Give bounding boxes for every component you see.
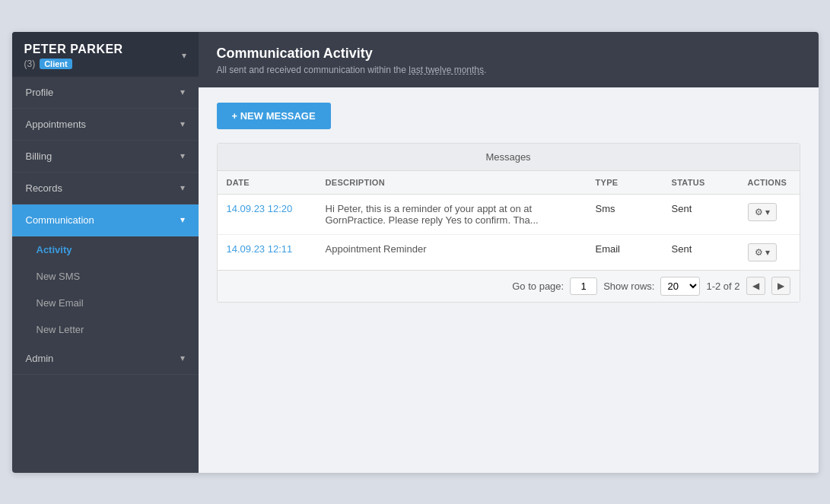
col-header-description: DESCRIPTION	[316, 171, 587, 195]
sidebar-item-records-label: Records	[26, 182, 62, 194]
chevron-down-icon: ▾	[180, 182, 185, 193]
user-name: PETER PARKER	[24, 43, 123, 56]
client-badge: Client	[40, 59, 72, 69]
cell-description: Hi Peter, this is a reminder of your app…	[316, 194, 587, 234]
sidebar-item-billing-label: Billing	[26, 151, 52, 162]
table-footer: Go to page: Show rows: 10 20 50 100 1-2 …	[218, 270, 800, 302]
col-header-type: TYPE	[587, 171, 663, 195]
cell-type: Email	[587, 234, 663, 270]
page-count: 1-2 of 2	[706, 281, 739, 292]
sidebar-subitem-new-email-label: New Email	[37, 297, 84, 309]
page-input[interactable]	[570, 277, 597, 295]
cell-date[interactable]: 14.09.23 12:11	[218, 234, 316, 270]
messages-table: DATE DESCRIPTION TYPE STATUS ACTIONS 14.…	[218, 171, 800, 270]
next-page-button[interactable]: ▶	[771, 277, 790, 295]
sidebar-item-communication[interactable]: Communication ▾	[12, 204, 199, 236]
cell-actions: ⚙ ▾	[739, 234, 800, 270]
sidebar-subitem-new-sms[interactable]: New SMS	[12, 263, 199, 290]
chevron-down-icon: ▾	[180, 214, 185, 225]
sidebar: PETER PARKER (3) Client ▾ Profile ▾ Appo…	[12, 32, 199, 473]
messages-section-title: Messages	[218, 144, 800, 171]
go-to-page-label: Go to page:	[512, 281, 564, 292]
sidebar-item-billing[interactable]: Billing ▾	[12, 141, 199, 173]
chevron-down-icon: ▾	[180, 119, 185, 129]
main-content: Communication Activity All sent and rece…	[199, 32, 819, 473]
table-row: 14.09.23 12:20Hi Peter, this is a remind…	[218, 194, 800, 234]
sidebar-subitem-activity[interactable]: Activity	[12, 236, 199, 263]
sidebar-item-admin[interactable]: Admin ▾	[12, 343, 199, 375]
sidebar-item-appointments-label: Appointments	[26, 119, 87, 130]
cell-actions: ⚙ ▾	[739, 194, 800, 234]
user-info: PETER PARKER (3) Client	[24, 43, 123, 69]
sidebar-item-profile-label: Profile	[26, 87, 54, 98]
user-chevron-icon[interactable]: ▾	[182, 50, 186, 61]
page-title: Communication Activity	[217, 46, 800, 62]
cell-status: Sent	[663, 194, 739, 234]
show-rows-label: Show rows:	[603, 281, 654, 292]
col-header-actions: ACTIONS	[739, 171, 800, 195]
dropdown-arrow-icon: ▾	[765, 207, 770, 217]
sidebar-subitem-new-email[interactable]: New Email	[12, 290, 199, 316]
sidebar-item-records[interactable]: Records ▾	[12, 173, 199, 204]
col-header-status: STATUS	[663, 171, 739, 195]
main-header: Communication Activity All sent and rece…	[199, 32, 819, 87]
chevron-down-icon: ▾	[180, 353, 185, 363]
sidebar-subitem-new-sms-label: New SMS	[37, 271, 81, 282]
cell-description: Appointment Reminder	[316, 234, 587, 270]
cell-type: Sms	[587, 194, 663, 234]
sidebar-subitem-new-letter[interactable]: New Letter	[12, 316, 199, 343]
sidebar-subitem-activity-label: Activity	[37, 244, 72, 255]
prev-page-button[interactable]: ◀	[746, 277, 765, 295]
cell-date[interactable]: 14.09.23 12:20	[218, 194, 316, 234]
gear-icon: ⚙	[755, 247, 763, 258]
main-body: + NEW MESSAGE Messages DATE DESCRIPTION …	[199, 87, 819, 473]
sidebar-item-communication-label: Communication	[26, 214, 94, 226]
dropdown-arrow-icon: ▾	[765, 247, 770, 258]
sidebar-item-profile[interactable]: Profile ▾	[12, 77, 199, 109]
table-row: 14.09.23 12:11Appointment ReminderEmailS…	[218, 234, 800, 270]
rows-per-page-select[interactable]: 10 20 50 100	[660, 277, 700, 296]
gear-icon: ⚙	[755, 207, 763, 217]
subtitle-text-start: All sent and received communication with…	[217, 65, 409, 75]
action-gear-button[interactable]: ⚙ ▾	[748, 203, 777, 221]
subtitle-link: last twelve months	[409, 65, 484, 75]
messages-table-container: Messages DATE DESCRIPTION TYPE STATUS AC…	[217, 143, 800, 303]
new-message-button[interactable]: + NEW MESSAGE	[217, 103, 331, 129]
action-gear-button[interactable]: ⚙ ▾	[748, 243, 777, 262]
sidebar-subitem-new-letter-label: New Letter	[37, 324, 84, 335]
chevron-down-icon: ▾	[180, 87, 185, 97]
page-subtitle: All sent and received communication with…	[217, 65, 800, 75]
user-sub: (3) Client	[24, 59, 123, 69]
sidebar-item-admin-label: Admin	[26, 353, 54, 364]
sidebar-header: PETER PARKER (3) Client ▾	[12, 32, 199, 77]
table-header-row: DATE DESCRIPTION TYPE STATUS ACTIONS	[218, 171, 800, 195]
chevron-down-icon: ▾	[180, 151, 185, 161]
col-header-date: DATE	[218, 171, 316, 195]
sidebar-item-appointments[interactable]: Appointments ▾	[12, 109, 199, 141]
user-count: (3)	[24, 59, 36, 69]
cell-status: Sent	[663, 234, 739, 270]
subtitle-text-end: .	[484, 65, 486, 75]
